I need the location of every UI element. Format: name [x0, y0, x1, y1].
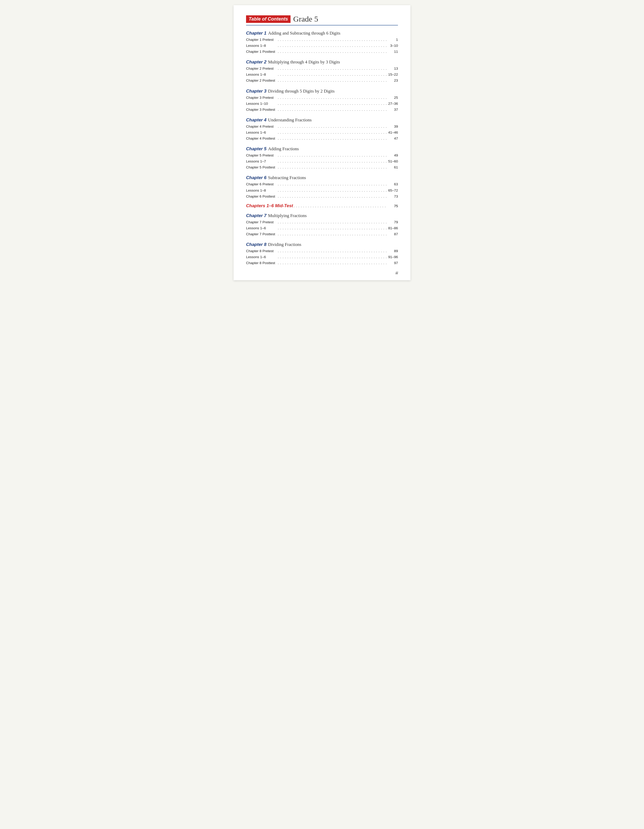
entry-page: 39: [388, 124, 398, 130]
entry-dots: [278, 248, 387, 254]
entry-page: 47: [388, 136, 398, 142]
entry-dots: [278, 225, 387, 232]
chapter-5-title: Adding Fractions: [268, 147, 299, 151]
mid-test-line: Chapters 1–6 Mid-Test 75: [246, 203, 398, 208]
chapter-2-title: Multiplying through 4 Digits by 3 Digits: [268, 60, 340, 65]
toc-entry: Chapter 7 Pretest79: [246, 219, 398, 225]
entry-dots: [278, 49, 387, 55]
chapter-4-label: Chapter 4: [246, 118, 266, 123]
toc-entry: Chapter 3 Posttest37: [246, 107, 398, 113]
entry-page: 73: [388, 194, 398, 200]
chapter-2: Chapter 2Multiplying through 4 Digits by…: [246, 60, 398, 84]
chapter-7-title: Multiplying Fractions: [268, 213, 307, 218]
page-footer: iii: [396, 271, 398, 275]
entry-dots: [278, 219, 387, 225]
header-rule: [246, 25, 398, 25]
toc-entry: Chapter 3 Pretest25: [246, 95, 398, 101]
toc-entry: Chapter 5 Posttest61: [246, 165, 398, 170]
chapter-5-heading: Chapter 5Adding Fractions: [246, 147, 398, 151]
chapter-1-label: Chapter 1: [246, 31, 266, 36]
entry-page: 51–60: [388, 159, 398, 165]
entry-page: 91–96: [388, 254, 398, 260]
entry-page: 27–36: [388, 101, 398, 107]
entry-page: 3–10: [388, 43, 398, 49]
entry-dots: [278, 165, 387, 170]
entry-page: 63: [388, 181, 398, 188]
chapter-8-heading: Chapter 8Dividing Fractions: [246, 242, 398, 247]
chapter-6-title: Subtracting Fractions: [268, 175, 306, 180]
toc-entry: Chapter 1 Pretest1: [246, 37, 398, 43]
chapters-part2-list: Chapter 7Multiplying FractionsChapter 7 …: [246, 213, 398, 266]
chapter-3-title: Dividing through 5 Digits by 2 Digits: [268, 89, 335, 94]
entry-page: 49: [388, 153, 398, 159]
entry-label: Chapter 6 Posttest: [246, 194, 277, 200]
entry-label: Chapter 5 Pretest: [246, 153, 277, 159]
entry-page: 25: [388, 95, 398, 101]
chapter-3-heading: Chapter 3Dividing through 5 Digits by 2 …: [246, 89, 398, 94]
entry-dots: [278, 130, 387, 136]
entry-page: 37: [388, 107, 398, 113]
entry-label: Lessons 1–6: [246, 225, 277, 232]
entry-dots: [278, 260, 387, 266]
entry-page: 61: [388, 165, 398, 170]
entry-page: 13: [388, 66, 398, 72]
toc-entry: Chapter 2 Pretest13: [246, 66, 398, 72]
chapter-7: Chapter 7Multiplying FractionsChapter 7 …: [246, 213, 398, 237]
entry-label: Chapter 4 Pretest: [246, 124, 277, 130]
toc-badge: Table of Contents: [246, 15, 290, 23]
chapter-3-label: Chapter 3: [246, 89, 266, 94]
entry-dots: [278, 101, 387, 107]
entry-label: Chapter 5 Posttest: [246, 165, 277, 170]
chapter-6-label: Chapter 6: [246, 175, 266, 180]
entry-dots: [278, 136, 387, 142]
chapter-3: Chapter 3Dividing through 5 Digits by 2 …: [246, 89, 398, 113]
entry-dots: [278, 254, 387, 260]
toc-entry: Chapter 2 Posttest23: [246, 78, 398, 84]
chapter-7-label: Chapter 7: [246, 213, 266, 218]
entry-label: Lessons 1–7: [246, 159, 277, 165]
entry-label: Chapter 1 Posttest: [246, 49, 277, 55]
mid-test-page: 75: [388, 204, 398, 208]
entry-dots: [278, 78, 387, 84]
mid-test-dots: [294, 204, 387, 208]
grade-text: Grade 5: [293, 14, 318, 24]
toc-entry: Chapter 7 Posttest87: [246, 232, 398, 237]
page-header: Table of Contents Grade 5: [246, 14, 398, 24]
entry-page: 65–72: [388, 188, 398, 194]
entry-dots: [278, 159, 387, 165]
entry-dots: [278, 188, 387, 194]
entry-dots: [278, 232, 387, 237]
entry-dots: [278, 66, 387, 72]
toc-entry: Lessons 1–865–72: [246, 188, 398, 194]
chapter-2-label: Chapter 2: [246, 60, 266, 65]
entry-page: 89: [388, 248, 398, 254]
chapter-6-heading: Chapter 6Subtracting Fractions: [246, 175, 398, 180]
entry-page: 97: [388, 260, 398, 266]
toc-entry: Chapter 5 Pretest49: [246, 153, 398, 159]
toc-entry: Lessons 1–691–96: [246, 254, 398, 260]
chapter-1: Chapter 1Adding and Subtracting through …: [246, 31, 398, 55]
footer-page-number: iii: [396, 271, 398, 275]
chapter-4: Chapter 4Understanding FractionsChapter …: [246, 118, 398, 142]
chapter-8-title: Dividing Fractions: [268, 242, 301, 247]
entry-label: Chapter 6 Pretest: [246, 181, 277, 188]
entry-page: 23: [388, 78, 398, 84]
toc-entry: Lessons 1–681–86: [246, 225, 398, 232]
entry-page: 15–22: [388, 72, 398, 78]
entry-label: Chapter 8 Posttest: [246, 260, 277, 266]
entry-label: Chapter 7 Pretest: [246, 219, 277, 225]
entry-dots: [278, 153, 387, 159]
chapter-7-heading: Chapter 7Multiplying Fractions: [246, 213, 398, 218]
entry-page: 79: [388, 219, 398, 225]
toc-entry: Chapter 4 Posttest47: [246, 136, 398, 142]
entry-label: Lessons 1–6: [246, 130, 277, 136]
entry-dots: [278, 72, 387, 78]
chapter-1-title: Adding and Subtracting through 6 Digits: [268, 31, 340, 36]
entry-label: Chapter 2 Pretest: [246, 66, 277, 72]
chapters-list: Chapter 1Adding and Subtracting through …: [246, 31, 398, 200]
entry-label: Chapter 3 Posttest: [246, 107, 277, 113]
toc-entry: Chapter 4 Pretest39: [246, 124, 398, 130]
entry-label: Lessons 1–8: [246, 43, 277, 49]
chapter-4-title: Understanding Fractions: [268, 118, 312, 123]
toc-entry: Chapter 8 Posttest97: [246, 260, 398, 266]
